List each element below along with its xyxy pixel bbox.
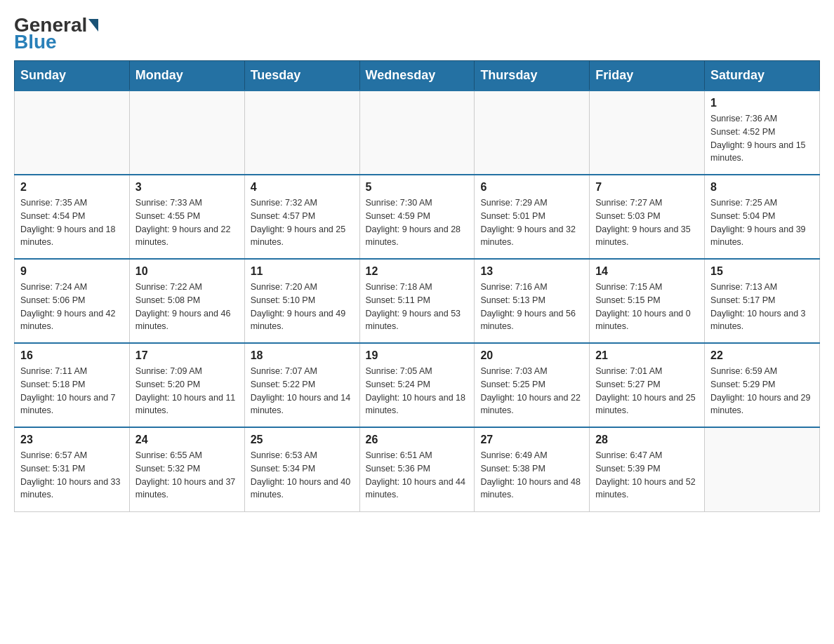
day-number: 16: [20, 349, 124, 362]
day-info: Sunrise: 7:25 AMSunset: 5:04 PMDaylight:…: [710, 196, 814, 249]
day-number: 18: [251, 349, 354, 362]
calendar-cell: [590, 90, 705, 175]
day-info: Sunrise: 6:47 AMSunset: 5:39 PMDaylight:…: [595, 449, 699, 502]
weekday-header-friday: Friday: [590, 61, 705, 91]
day-number: 13: [480, 265, 583, 278]
day-number: 23: [20, 434, 124, 446]
calendar-cell: 25Sunrise: 6:53 AMSunset: 5:34 PMDayligh…: [244, 427, 359, 511]
calendar-cell: 2Sunrise: 7:35 AMSunset: 4:54 PMDaylight…: [15, 175, 130, 259]
weekday-header-wednesday: Wednesday: [359, 61, 475, 91]
day-number: 19: [366, 349, 469, 362]
calendar-cell: 19Sunrise: 7:05 AMSunset: 5:24 PMDayligh…: [359, 343, 475, 427]
calendar-cell: 27Sunrise: 6:49 AMSunset: 5:38 PMDayligh…: [475, 427, 590, 511]
calendar-cell: [129, 90, 244, 175]
day-number: 5: [366, 181, 469, 194]
weekday-header-tuesday: Tuesday: [244, 61, 359, 91]
calendar-week-4: 16Sunrise: 7:11 AMSunset: 5:18 PMDayligh…: [15, 343, 820, 427]
calendar-cell: 24Sunrise: 6:55 AMSunset: 5:32 PMDayligh…: [129, 427, 244, 511]
day-number: 15: [710, 265, 814, 278]
day-info: Sunrise: 7:16 AMSunset: 5:13 PMDaylight:…: [480, 281, 583, 333]
calendar-cell: 6Sunrise: 7:29 AMSunset: 5:01 PMDaylight…: [475, 175, 590, 259]
day-info: Sunrise: 7:05 AMSunset: 5:24 PMDaylight:…: [366, 365, 469, 417]
calendar-cell: [15, 90, 130, 175]
day-number: 1: [710, 97, 814, 109]
day-info: Sunrise: 6:49 AMSunset: 5:38 PMDaylight:…: [480, 449, 583, 502]
calendar-table: SundayMondayTuesdayWednesdayThursdayFrid…: [14, 60, 820, 512]
day-info: Sunrise: 7:24 AMSunset: 5:06 PMDaylight:…: [20, 281, 124, 333]
day-number: 25: [251, 434, 354, 446]
day-number: 10: [135, 265, 239, 278]
calendar-cell: 1Sunrise: 7:36 AMSunset: 4:52 PMDaylight…: [705, 90, 820, 175]
day-number: 4: [251, 181, 354, 194]
day-info: Sunrise: 7:35 AMSunset: 4:54 PMDaylight:…: [20, 196, 124, 249]
calendar-week-3: 9Sunrise: 7:24 AMSunset: 5:06 PMDaylight…: [15, 259, 820, 343]
day-number: 3: [135, 181, 239, 194]
calendar-cell: [359, 90, 475, 175]
day-number: 6: [480, 181, 583, 194]
day-info: Sunrise: 7:11 AMSunset: 5:18 PMDaylight:…: [20, 365, 124, 417]
calendar-cell: 4Sunrise: 7:32 AMSunset: 4:57 PMDaylight…: [244, 175, 359, 259]
calendar-cell: 12Sunrise: 7:18 AMSunset: 5:11 PMDayligh…: [359, 259, 475, 343]
calendar-week-2: 2Sunrise: 7:35 AMSunset: 4:54 PMDaylight…: [15, 175, 820, 259]
day-number: 11: [251, 265, 354, 278]
calendar-cell: 5Sunrise: 7:30 AMSunset: 4:59 PMDaylight…: [359, 175, 475, 259]
calendar-header-row: SundayMondayTuesdayWednesdayThursdayFrid…: [15, 61, 820, 91]
page-header: General Blue: [14, 14, 820, 53]
calendar-cell: 18Sunrise: 7:07 AMSunset: 5:22 PMDayligh…: [244, 343, 359, 427]
day-number: 22: [710, 349, 814, 362]
calendar-cell: [705, 427, 820, 511]
calendar-cell: 9Sunrise: 7:24 AMSunset: 5:06 PMDaylight…: [15, 259, 130, 343]
day-info: Sunrise: 7:33 AMSunset: 4:55 PMDaylight:…: [135, 196, 239, 249]
calendar-cell: 17Sunrise: 7:09 AMSunset: 5:20 PMDayligh…: [129, 343, 244, 427]
calendar-cell: 8Sunrise: 7:25 AMSunset: 5:04 PMDaylight…: [705, 175, 820, 259]
day-number: 28: [595, 434, 699, 446]
day-number: 21: [595, 349, 699, 362]
day-info: Sunrise: 6:59 AMSunset: 5:29 PMDaylight:…: [710, 365, 814, 417]
day-info: Sunrise: 7:09 AMSunset: 5:20 PMDaylight:…: [135, 365, 239, 417]
calendar-cell: 28Sunrise: 6:47 AMSunset: 5:39 PMDayligh…: [590, 427, 705, 511]
day-info: Sunrise: 6:55 AMSunset: 5:32 PMDaylight:…: [135, 449, 239, 502]
day-info: Sunrise: 7:32 AMSunset: 4:57 PMDaylight:…: [251, 196, 354, 249]
calendar-cell: 21Sunrise: 7:01 AMSunset: 5:27 PMDayligh…: [590, 343, 705, 427]
day-number: 9: [20, 265, 124, 278]
calendar-cell: 15Sunrise: 7:13 AMSunset: 5:17 PMDayligh…: [705, 259, 820, 343]
calendar-week-1: 1Sunrise: 7:36 AMSunset: 4:52 PMDaylight…: [15, 90, 820, 175]
calendar-cell: [244, 90, 359, 175]
logo-blue-text: Blue: [14, 31, 57, 53]
calendar-cell: 20Sunrise: 7:03 AMSunset: 5:25 PMDayligh…: [475, 343, 590, 427]
calendar-cell: 3Sunrise: 7:33 AMSunset: 4:55 PMDaylight…: [129, 175, 244, 259]
day-info: Sunrise: 7:22 AMSunset: 5:08 PMDaylight:…: [135, 281, 239, 333]
calendar-cell: 14Sunrise: 7:15 AMSunset: 5:15 PMDayligh…: [590, 259, 705, 343]
day-number: 7: [595, 181, 699, 194]
day-info: Sunrise: 7:13 AMSunset: 5:17 PMDaylight:…: [710, 281, 814, 333]
day-info: Sunrise: 7:30 AMSunset: 4:59 PMDaylight:…: [366, 196, 469, 249]
weekday-header-sunday: Sunday: [15, 61, 130, 91]
day-info: Sunrise: 7:27 AMSunset: 5:03 PMDaylight:…: [595, 196, 699, 249]
day-number: 24: [135, 434, 239, 446]
day-info: Sunrise: 7:20 AMSunset: 5:10 PMDaylight:…: [251, 281, 354, 333]
day-info: Sunrise: 7:36 AMSunset: 4:52 PMDaylight:…: [710, 112, 814, 165]
day-number: 20: [480, 349, 583, 362]
logo-triangle-icon: [88, 19, 98, 32]
day-number: 14: [595, 265, 699, 278]
calendar-cell: 23Sunrise: 6:57 AMSunset: 5:31 PMDayligh…: [15, 427, 130, 511]
day-info: Sunrise: 7:01 AMSunset: 5:27 PMDaylight:…: [595, 365, 699, 417]
calendar-cell: 22Sunrise: 6:59 AMSunset: 5:29 PMDayligh…: [705, 343, 820, 427]
day-number: 27: [480, 434, 583, 446]
calendar-cell: 26Sunrise: 6:51 AMSunset: 5:36 PMDayligh…: [359, 427, 475, 511]
day-info: Sunrise: 6:51 AMSunset: 5:36 PMDaylight:…: [366, 449, 469, 502]
calendar-cell: [475, 90, 590, 175]
day-number: 8: [710, 181, 814, 194]
calendar-cell: 10Sunrise: 7:22 AMSunset: 5:08 PMDayligh…: [129, 259, 244, 343]
calendar-cell: 11Sunrise: 7:20 AMSunset: 5:10 PMDayligh…: [244, 259, 359, 343]
logo: General Blue: [14, 14, 100, 53]
weekday-header-thursday: Thursday: [475, 61, 590, 91]
weekday-header-monday: Monday: [129, 61, 244, 91]
calendar-cell: 7Sunrise: 7:27 AMSunset: 5:03 PMDaylight…: [590, 175, 705, 259]
day-info: Sunrise: 7:29 AMSunset: 5:01 PMDaylight:…: [480, 196, 583, 249]
day-number: 26: [366, 434, 469, 446]
day-info: Sunrise: 6:53 AMSunset: 5:34 PMDaylight:…: [251, 449, 354, 502]
weekday-header-saturday: Saturday: [705, 61, 820, 91]
day-number: 2: [20, 181, 124, 194]
day-info: Sunrise: 7:15 AMSunset: 5:15 PMDaylight:…: [595, 281, 699, 333]
